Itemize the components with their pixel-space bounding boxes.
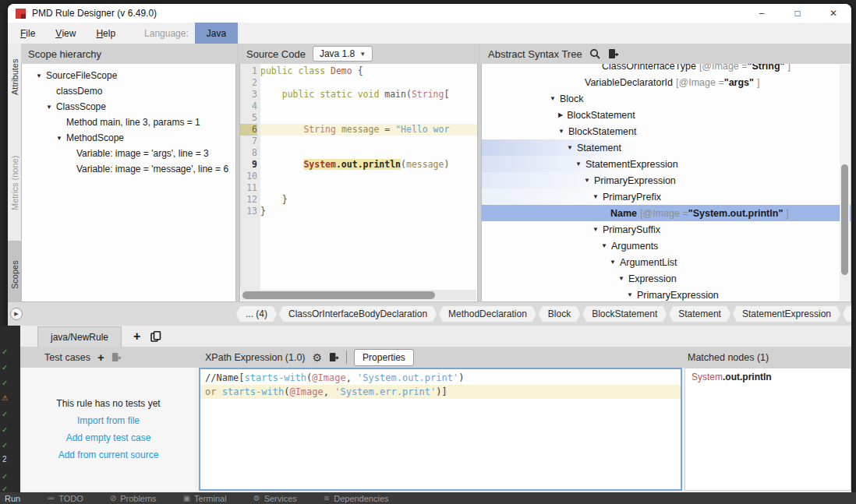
ast-tree-row[interactable]: ▼PrimaryExpression [482, 287, 851, 302]
ast-tree-row[interactable]: ▼Expression [482, 270, 851, 287]
menu-item-help[interactable]: Help [86, 23, 126, 44]
menu-item-view[interactable]: View [45, 23, 86, 44]
breadcrumb-chip[interactable]: StatementExpression [733, 306, 840, 322]
gear-icon[interactable]: ⚙ [313, 351, 323, 364]
breadcrumb-chip[interactable]: ClassOrInterfaceBodyDeclaration [279, 306, 437, 322]
breadcrumb-chip[interactable]: MethodDeclaration [439, 306, 536, 322]
code-line[interactable]: System.out.println(message) [260, 159, 477, 171]
horizontal-scrollbar-thumb[interactable] [242, 291, 435, 299]
ast-tree-row[interactable]: ▼PrimaryExpression [482, 172, 851, 189]
code-line[interactable]: } [260, 206, 477, 217]
ast-tree-row[interactable]: ▼Statement [482, 139, 851, 156]
ast-tree-row[interactable]: ClassOrInterfaceType[@Image = "String"] [482, 64, 851, 74]
breadcrumb-chip[interactable]: PrimaryExpression [843, 306, 851, 322]
code-line[interactable] [260, 77, 477, 89]
ast-tree-row[interactable]: ▼PrimaryPrefix [482, 189, 851, 205]
scope-tree-row[interactable]: Method main, line 3, params = 1 [22, 115, 235, 130]
side-tab-attributes[interactable]: Attributes [8, 47, 21, 107]
code-line[interactable] [260, 171, 477, 182]
test-link-add-from-current-source[interactable]: Add from current source [58, 449, 159, 460]
code-line[interactable] [260, 182, 477, 194]
ast-tree-row[interactable]: ▶BlockStatement [482, 107, 851, 123]
chevron-down-icon[interactable]: ▼ [567, 144, 573, 151]
chevron-down-icon[interactable]: ▼ [558, 128, 564, 135]
search-icon[interactable] [589, 48, 600, 59]
ast-tree-row[interactable]: ▼ArgumentList [482, 254, 851, 270]
chevron-down-icon[interactable]: ▼ [592, 193, 599, 200]
chevron-down-icon[interactable]: ▼ [610, 259, 616, 266]
chevron-down-icon[interactable]: ▼ [584, 177, 590, 184]
side-tab-metrics[interactable]: Metrics (none) [8, 131, 21, 235]
vertical-scrollbar[interactable] [840, 65, 850, 301]
chevron-down-icon[interactable]: ▼ [550, 95, 556, 102]
ast-tree-row[interactable]: ▼PrimarySuffix [482, 221, 851, 238]
scope-tree-row[interactable]: ▼ClassScope [22, 99, 235, 115]
export-icon[interactable] [608, 48, 619, 59]
ast-tree-row[interactable]: ▼BlockStatement [482, 123, 851, 139]
statusbar-item-terminal[interactable]: ▣Terminal [183, 494, 227, 503]
add-rule-tab-button[interactable]: + [133, 330, 140, 344]
scope-tree-row[interactable]: classDemo [22, 83, 235, 99]
scope-tree-row[interactable]: ▼SourceFileScope [22, 68, 235, 83]
code-line[interactable] [260, 100, 477, 112]
code-line[interactable]: } [260, 194, 477, 206]
add-test-case-button[interactable]: + [97, 351, 104, 364]
breadcrumb-chip[interactable]: Statement [669, 306, 730, 322]
code-line[interactable] [260, 136, 477, 147]
duplicate-rule-icon[interactable] [150, 331, 161, 342]
ast-tree-row[interactable]: VariableDeclaratorId[@Image = "args"] [482, 74, 851, 90]
statusbar-item-dependencies[interactable]: ≋Dependencies [324, 494, 389, 503]
chevron-down-icon[interactable]: ▼ [601, 242, 607, 249]
chevron-down-icon[interactable]: ▼ [627, 291, 633, 298]
statusbar-item-problems[interactable]: ⊘Problems [110, 494, 157, 503]
ast-tree-row[interactable]: ▼Block [482, 90, 851, 107]
test-link-import-from-file[interactable]: Import from file [77, 415, 140, 426]
chevron-right-icon[interactable]: ▶ [558, 111, 563, 118]
test-export-icon[interactable] [111, 352, 122, 362]
collapse-panel-button[interactable]: ▶ [10, 308, 23, 320]
maximize-button[interactable]: □ [780, 4, 815, 23]
properties-button[interactable]: Properties [354, 349, 414, 366]
breadcrumb-chip[interactable]: ... (4) [236, 306, 277, 322]
ast-tree-row[interactable]: ▼Arguments [482, 238, 851, 254]
test-link-add-empty-test-case[interactable]: Add empty test case [66, 432, 151, 443]
code-line[interactable]: public class Demo { [260, 65, 477, 77]
horizontal-scrollbar[interactable] [241, 290, 476, 301]
code-line[interactable]: public static void main(String[ [260, 89, 477, 100]
statusbar-item-todo[interactable]: ≔TODO [47, 494, 83, 503]
java-version-select[interactable]: Java 1.8 ▼ [313, 46, 373, 62]
chevron-down-icon[interactable]: ▼ [56, 135, 62, 142]
chevron-down-icon[interactable]: ▼ [592, 226, 599, 233]
xpath-line[interactable]: or starts-with(@Image, 'System.err.print… [200, 385, 681, 399]
scope-tree-row[interactable]: ▼MethodScope [22, 130, 235, 146]
code-area[interactable]: public class Demo { public static void m… [260, 64, 477, 290]
ast-tree-row[interactable]: ▼StatementExpression [482, 156, 851, 172]
language-tab-java[interactable]: Java [195, 23, 238, 44]
ast-tree-row[interactable]: Name[@Image = "System.out.println"] [482, 205, 851, 221]
close-button[interactable]: ✕ [815, 4, 851, 23]
breadcrumb-chip[interactable]: BlockStatement [582, 306, 667, 322]
xpath-export-icon[interactable] [329, 352, 339, 362]
menu-item-file[interactable]: File [10, 23, 45, 44]
statusbar-item-run[interactable]: Run [5, 494, 20, 503]
code-line[interactable] [260, 147, 477, 159]
test-cases-title: Test cases [44, 352, 90, 363]
chevron-down-icon[interactable]: ▼ [36, 72, 42, 79]
statusbar-item-services[interactable]: ⚙Services [253, 494, 297, 503]
xpath-editor[interactable]: //Name[starts-with(@Image, 'System.out.p… [199, 368, 682, 491]
code-line[interactable] [260, 112, 477, 124]
scope-tree-row[interactable]: Variable: image = 'args', line = 3 [22, 146, 235, 161]
xpath-line[interactable]: //Name[starts-with(@Image, 'System.out.p… [200, 371, 681, 385]
chevron-down-icon[interactable]: ▼ [575, 160, 582, 167]
chevron-down-icon[interactable]: ▼ [618, 275, 624, 282]
minimize-button[interactable]: – [744, 4, 780, 23]
chevron-down-icon[interactable]: ▼ [46, 104, 52, 111]
scope-tree-row[interactable]: Variable: image = 'message', line = 6 [22, 161, 235, 177]
breadcrumb-chip[interactable]: Block [539, 306, 580, 322]
rule-tab-active[interactable]: java/NewRule [37, 326, 122, 347]
matched-node-row[interactable]: System.out.println [685, 368, 851, 386]
code-line[interactable]: String message = "Hello wor [260, 124, 477, 136]
source-editor[interactable]: 12345678910111213 public class Demo { pu… [239, 64, 478, 302]
side-tab-scopes[interactable]: Scopes [8, 241, 21, 309]
vertical-scrollbar-thumb[interactable] [841, 164, 848, 275]
